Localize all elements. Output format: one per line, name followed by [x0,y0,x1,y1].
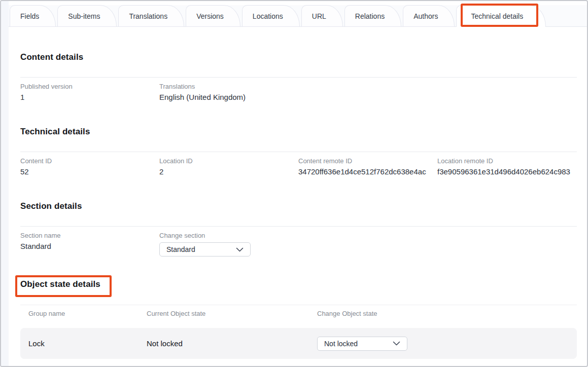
field-label: Content ID [20,157,159,165]
field-label: Published version [20,83,159,90]
cell-current-object-state: Not locked [147,339,317,348]
tab-label: Authors [413,12,438,20]
field-change-section: Change section Standard [159,232,298,256]
field-label: Change section [159,232,298,239]
technical-details-panel: Fields Sub-items Translations Versions L… [0,0,588,367]
tab-translations[interactable]: Translations [118,5,184,26]
field-label: Location remote ID [437,157,576,165]
tab-relations[interactable]: Relations [344,5,401,26]
field-value: Standard [20,242,159,250]
tab-sub-items[interactable]: Sub-items [57,5,117,26]
cell-group-name: Lock [28,339,147,348]
object-state-table-row: Lock Not locked Not locked [20,328,577,359]
tab-label: Technical details [471,12,523,20]
section-details-fields: Section name Standard Change section Sta… [20,232,576,256]
column-header-change-object-state: Change Object state [317,310,577,317]
section-details-heading: Section details [20,201,82,211]
divider [20,152,577,152]
field-value: f3e90596361e31d496d4026eb624c983 [437,167,576,176]
left-edge-strip [1,1,9,366]
column-header-current-object-state: Current Object state [147,310,317,317]
divider [20,226,577,227]
divider [20,77,577,78]
tab-label: URL [312,12,326,20]
chevron-down-icon [236,247,244,252]
field-location-id: Location ID 2 [159,157,298,176]
tab-versions[interactable]: Versions [186,5,240,26]
content-details-fields: Published version 1 Translations English… [20,83,576,101]
field-value: 52 [20,167,159,176]
field-content-remote-id: Content remote ID 34720ff636e1d4ce512f76… [298,157,437,176]
content-details-heading: Content details [20,52,83,62]
dropdown-selected-value: Not locked [324,340,358,348]
object-state-table-header: Group name Current Object state Change O… [20,310,577,317]
field-label: Section name [20,232,159,239]
tab-url[interactable]: URL [301,5,343,26]
tab-label: Locations [253,12,283,20]
technical-details-heading: Technical details [20,127,90,137]
field-section-name: Section name Standard [20,232,159,256]
change-section-dropdown[interactable]: Standard [159,242,251,256]
dropdown-selected-value: Standard [166,245,195,253]
tab-label: Fields [20,12,39,20]
divider [20,305,577,305]
tab-label: Sub-items [68,12,100,20]
technical-details-fields: Content ID 52 Location ID 2 Content remo… [20,157,576,176]
tab-bar: Fields Sub-items Translations Versions L… [9,5,587,27]
tab-list: Fields Sub-items Translations Versions L… [9,5,587,26]
field-label: Translations [159,83,298,90]
tab-label: Relations [355,12,385,20]
field-published-version: Published version 1 [20,83,159,101]
tab-locations[interactable]: Locations [242,5,300,26]
object-state-details-heading: Object state details [20,279,100,289]
field-location-remote-id: Location remote ID f3e90596361e31d496d40… [437,157,576,176]
field-content-id: Content ID 52 [20,157,159,176]
field-value: 2 [159,167,298,176]
tab-label: Versions [196,12,224,20]
tab-authors[interactable]: Authors [403,5,455,26]
field-label: Location ID [159,157,298,165]
field-translations: Translations English (United Kingdom) [159,83,298,101]
column-header-group-name: Group name [28,310,147,317]
field-value: 1 [20,93,159,101]
field-value: 34720ff636e1d4ce512f762dc638e4ac [298,167,437,176]
change-object-state-dropdown[interactable]: Not locked [317,337,407,351]
chevron-down-icon [393,341,400,346]
tab-label: Translations [129,12,167,20]
cell-change-object-state: Not locked [317,337,577,351]
tab-fields[interactable]: Fields [10,5,56,26]
tab-technical-details[interactable]: Technical details [456,5,546,26]
field-label: Content remote ID [298,157,437,165]
field-value: English (United Kingdom) [159,93,298,101]
